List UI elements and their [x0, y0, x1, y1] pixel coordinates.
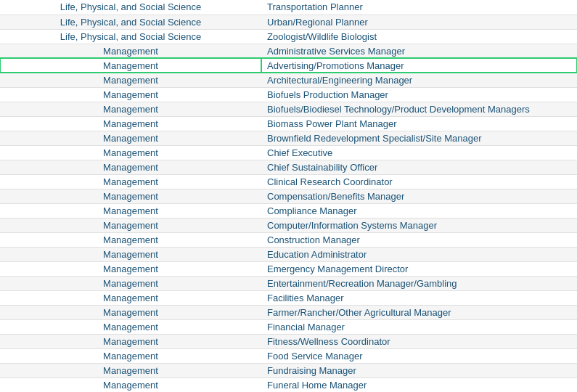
occupation-cell: Facilities Manager [261, 290, 577, 305]
table-row[interactable]: ManagementCompliance Manager [0, 203, 577, 218]
occupation-cell: Chief Sustainability Officer [261, 160, 577, 174]
occupation-cell: Urban/Regional Planner [261, 15, 577, 29]
occupation-cell: Fitness/Wellness Coordinator [261, 334, 577, 348]
table-row[interactable]: ManagementAdvertising/Promotions Manager [0, 58, 577, 73]
category-cell: Management [0, 160, 261, 174]
table-row[interactable]: ManagementEmergency Management Director [0, 261, 577, 276]
category-cell: Life, Physical, and Social Science [0, 15, 261, 29]
table-row[interactable]: ManagementFarmer/Rancher/Other Agricultu… [0, 305, 577, 319]
occupation-cell: Brownfield Redevelopment Specialist/Site… [261, 131, 577, 145]
occupation-table: Life, Physical, and Social ScienceTransp… [0, 0, 577, 392]
table-row[interactable]: ManagementAdministrative Services Manage… [0, 44, 577, 58]
occupation-cell: Chief Executive [261, 145, 577, 160]
occupation-cell: Biofuels Production Manager [261, 87, 577, 102]
category-cell: Management [0, 131, 261, 145]
category-cell: Management [0, 261, 261, 276]
occupation-cell: Farmer/Rancher/Other Agricultural Manage… [261, 305, 577, 319]
occupation-cell: Entertainment/Recreation Manager/Gamblin… [261, 276, 577, 290]
table-row[interactable]: ManagementFuneral Home Manager [0, 377, 577, 392]
table-row[interactable]: ManagementComputer/Information Systems M… [0, 218, 577, 232]
table-row[interactable]: ManagementFood Service Manager [0, 348, 577, 363]
category-cell: Management [0, 290, 261, 305]
table-row[interactable]: ManagementConstruction Manager [0, 232, 577, 247]
table-row[interactable]: ManagementBiofuels Production Manager [0, 87, 577, 102]
category-cell: Management [0, 44, 261, 58]
category-cell: Management [0, 203, 261, 218]
occupation-cell: Compliance Manager [261, 203, 577, 218]
category-cell: Management [0, 189, 261, 203]
category-cell: Life, Physical, and Social Science [0, 29, 261, 44]
table-row[interactable]: ManagementFitness/Wellness Coordinator [0, 334, 577, 348]
table-row[interactable]: ManagementEducation Administrator [0, 247, 577, 261]
table-row[interactable]: ManagementArchitectural/Engineering Mana… [0, 73, 577, 87]
category-cell: Management [0, 218, 261, 232]
category-cell: Life, Physical, and Social Science [0, 0, 261, 15]
table-row[interactable]: ManagementEntertainment/Recreation Manag… [0, 276, 577, 290]
table-row[interactable]: ManagementFacilities Manager [0, 290, 577, 305]
table-row[interactable]: Life, Physical, and Social ScienceTransp… [0, 0, 577, 15]
category-cell: Management [0, 73, 261, 87]
table-row[interactable]: ManagementChief Sustainability Officer [0, 160, 577, 174]
table-row[interactable]: ManagementChief Executive [0, 145, 577, 160]
occupation-cell: Advertising/Promotions Manager [261, 58, 577, 73]
category-cell: Management [0, 58, 261, 73]
category-cell: Management [0, 102, 261, 116]
occupation-cell: Fundraising Manager [261, 363, 577, 377]
category-cell: Management [0, 348, 261, 363]
category-cell: Management [0, 319, 261, 334]
main-table-container: Life, Physical, and Social ScienceTransp… [0, 0, 577, 392]
occupation-cell: Construction Manager [261, 232, 577, 247]
category-cell: Management [0, 247, 261, 261]
occupation-cell: Emergency Management Director [261, 261, 577, 276]
category-cell: Management [0, 116, 261, 131]
table-row[interactable]: ManagementBiomass Power Plant Manager [0, 116, 577, 131]
occupation-cell: Administrative Services Manager [261, 44, 577, 58]
table-row[interactable]: ManagementCompensation/Benefits Manager [0, 189, 577, 203]
category-cell: Management [0, 232, 261, 247]
table-row[interactable]: ManagementFinancial Manager [0, 319, 577, 334]
occupation-cell: Food Service Manager [261, 348, 577, 363]
category-cell: Management [0, 334, 261, 348]
category-cell: Management [0, 363, 261, 377]
occupation-cell: Computer/Information Systems Manager [261, 218, 577, 232]
table-row[interactable]: Life, Physical, and Social ScienceUrban/… [0, 15, 577, 29]
occupation-cell: Compensation/Benefits Manager [261, 189, 577, 203]
occupation-cell: Zoologist/Wildlife Biologist [261, 29, 577, 44]
category-cell: Management [0, 174, 261, 189]
category-cell: Management [0, 145, 261, 160]
occupation-cell: Architectural/Engineering Manager [261, 73, 577, 87]
occupation-cell: Education Administrator [261, 247, 577, 261]
table-row[interactable]: Life, Physical, and Social ScienceZoolog… [0, 29, 577, 44]
table-row[interactable]: ManagementBiofuels/Biodiesel Technology/… [0, 102, 577, 116]
table-row[interactable]: ManagementFundraising Manager [0, 363, 577, 377]
category-cell: Management [0, 276, 261, 290]
occupation-cell: Clinical Research Coordinator [261, 174, 577, 189]
occupation-cell: Funeral Home Manager [261, 377, 577, 392]
occupation-cell: Biofuels/Biodiesel Technology/Product De… [261, 102, 577, 116]
category-cell: Management [0, 87, 261, 102]
table-row[interactable]: ManagementClinical Research Coordinator [0, 174, 577, 189]
category-cell: Management [0, 377, 261, 392]
occupation-cell: Biomass Power Plant Manager [261, 116, 577, 131]
occupation-cell: Transportation Planner [261, 0, 577, 15]
occupation-cell: Financial Manager [261, 319, 577, 334]
table-row[interactable]: ManagementBrownfield Redevelopment Speci… [0, 131, 577, 145]
category-cell: Management [0, 305, 261, 319]
